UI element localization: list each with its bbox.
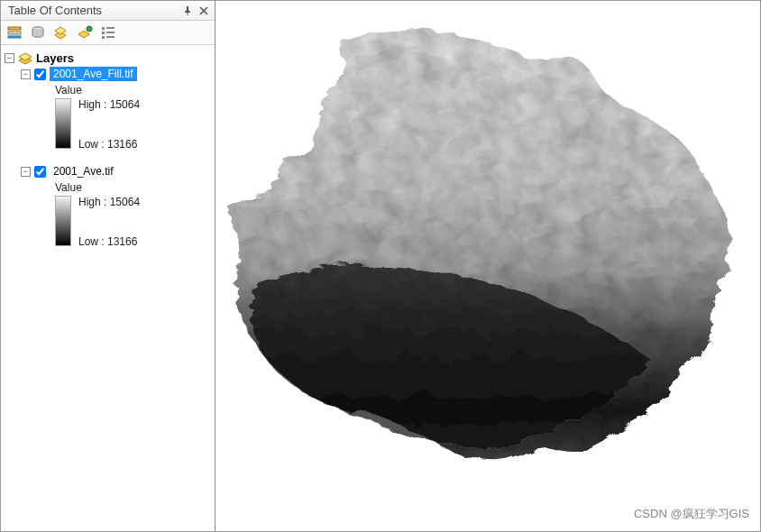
svg-point-4 [87,26,92,32]
layers-icon [18,52,32,65]
layer-visibility-checkbox[interactable] [34,166,46,178]
toc-title-text: Table Of Contents [8,4,102,17]
value-label: Value [55,181,211,194]
tree-root-label: Layers [36,51,74,65]
svg-rect-1 [8,32,21,34]
toc-toolbar [1,21,215,45]
toc-panel: Table Of Contents [1,1,215,531]
map-view[interactable]: CSDN @疯狂学习GIS [215,1,760,531]
svg-rect-10 [106,36,115,38]
svg-rect-8 [106,32,115,33]
list-by-visibility-icon[interactable] [53,24,69,41]
pin-icon[interactable] [182,5,193,16]
low-value: Low : 13166 [78,138,140,151]
svg-rect-6 [106,27,115,29]
high-value: High : 15064 [78,196,140,208]
expander-icon[interactable]: − [5,53,14,63]
list-by-drawing-order-icon[interactable] [6,24,23,41]
expander-icon[interactable]: − [21,167,31,177]
color-ramp [55,196,71,246]
svg-rect-2 [8,36,21,38]
tree-root-row[interactable]: − Layers [5,50,211,66]
options-icon[interactable] [100,24,116,41]
low-value: Low : 13166 [78,235,140,248]
layer-name[interactable]: 2001_Ave_Fill.tif [50,67,137,81]
list-by-source-icon[interactable] [30,24,46,41]
layer-symbology: Value High : 15064 Low : 13166 [55,181,211,248]
svg-rect-0 [8,27,21,30]
svg-rect-9 [102,36,105,39]
list-by-selection-icon[interactable] [77,24,93,41]
layer-symbology: Value High : 15064 Low : 13166 [55,84,211,151]
value-label: Value [55,84,211,96]
expander-icon[interactable]: − [21,69,31,79]
raster-layer [215,1,760,531]
layer-row[interactable]: − 2001_Ave_Fill.tif [21,66,211,82]
svg-rect-7 [102,32,105,34]
svg-rect-5 [102,27,105,30]
layer-tree[interactable]: − Layers − 2001_Ave_Fill.tif Value High … [1,45,215,531]
high-value: High : 15064 [78,98,140,111]
layer-name[interactable]: 2001_Ave.tif [50,164,117,179]
close-icon[interactable] [198,5,209,16]
toc-titlebar: Table Of Contents [1,1,215,21]
color-ramp [55,98,71,149]
layer-row[interactable]: − 2001_Ave.tif [21,163,211,179]
layer-visibility-checkbox[interactable] [34,69,46,80]
app-frame: Table Of Contents [0,0,761,532]
